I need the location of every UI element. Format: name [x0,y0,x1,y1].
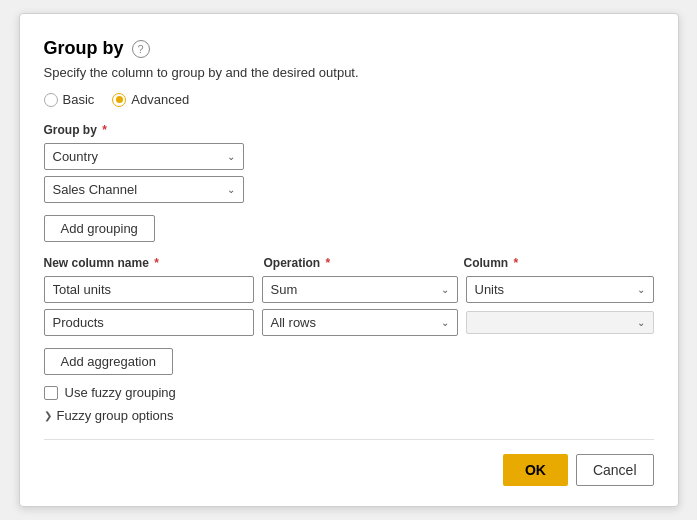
radio-advanced-circle [112,93,126,107]
agg-header-operation: Operation * [264,256,464,270]
agg-header-new-column: New column name * [44,256,264,270]
fuzzy-grouping-checkbox-row: Use fuzzy grouping [44,385,654,400]
agg-row1-col-arrow: ⌄ [637,284,645,295]
agg-row2-col-arrow: ⌄ [637,317,645,328]
agg-row1-operation-dropdown[interactable]: Sum ⌄ [262,276,458,303]
groupby-dropdown-country[interactable]: Country ⌄ [44,143,244,170]
required-star-newcol: * [151,256,159,270]
table-row: All rows ⌄ ⌄ [44,309,654,336]
groupby-saleschannel-value: Sales Channel [53,182,138,197]
radio-advanced[interactable]: Advanced [112,92,189,107]
groupby-dropdowns: Country ⌄ Sales Channel ⌄ [44,143,654,203]
radio-basic-circle [44,93,58,107]
help-icon[interactable]: ? [132,40,150,58]
dialog-footer: OK Cancel [44,439,654,486]
fuzzy-group-options-expand[interactable]: ❯ Fuzzy group options [44,408,654,423]
agg-row2-column-dropdown[interactable]: ⌄ [466,311,654,334]
mode-radio-group: Basic Advanced [44,92,654,107]
fuzzy-expand-label: Fuzzy group options [57,408,174,423]
cancel-button[interactable]: Cancel [576,454,654,486]
agg-row1-operation-value: Sum [271,282,298,297]
table-row: Sum ⌄ Units ⌄ [44,276,654,303]
dialog-title: Group by [44,38,124,59]
agg-row1-op-arrow: ⌄ [441,284,449,295]
agg-row1-column-value: Units [475,282,505,297]
radio-basic-label: Basic [63,92,95,107]
groupby-label: Group by * [44,123,654,137]
agg-row2-new-column-input[interactable] [44,309,254,336]
dialog-subtitle: Specify the column to group by and the d… [44,65,654,80]
groupby-country-value: Country [53,149,99,164]
fuzzy-grouping-checkbox[interactable] [44,386,58,400]
groupby-saleschannel-arrow: ⌄ [227,184,235,195]
groupby-country-arrow: ⌄ [227,151,235,162]
agg-row1-new-column-input[interactable] [44,276,254,303]
required-star-col: * [510,256,518,270]
aggregation-rows: Sum ⌄ Units ⌄ All rows ⌄ ⌄ [44,276,654,336]
radio-basic[interactable]: Basic [44,92,95,107]
radio-advanced-label: Advanced [131,92,189,107]
required-star-op: * [322,256,330,270]
agg-row2-operation-value: All rows [271,315,317,330]
dialog-header: Group by ? [44,38,654,59]
add-aggregation-button[interactable]: Add aggregation [44,348,173,375]
aggregation-header: New column name * Operation * Column * [44,256,654,270]
fuzzy-grouping-label: Use fuzzy grouping [65,385,176,400]
agg-row1-column-dropdown[interactable]: Units ⌄ [466,276,654,303]
agg-row2-operation-dropdown[interactable]: All rows ⌄ [262,309,458,336]
required-star-groupby: * [99,123,107,137]
group-by-dialog: Group by ? Specify the column to group b… [19,13,679,507]
add-grouping-button[interactable]: Add grouping [44,215,155,242]
ok-button[interactable]: OK [503,454,568,486]
agg-header-column: Column * [464,256,654,270]
agg-row2-op-arrow: ⌄ [441,317,449,328]
chevron-right-icon: ❯ [44,410,52,421]
groupby-dropdown-saleschannel[interactable]: Sales Channel ⌄ [44,176,244,203]
